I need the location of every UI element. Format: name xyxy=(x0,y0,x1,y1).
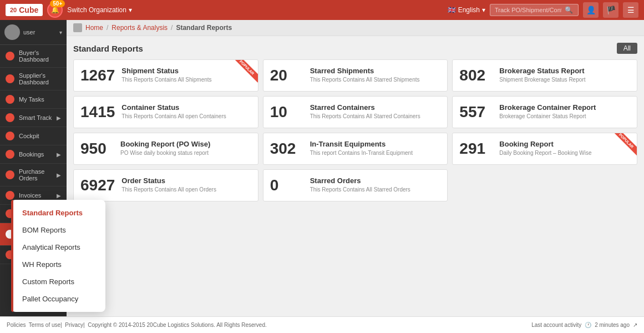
report-card[interactable]: 1415 Container Status This Reports Conta… xyxy=(73,96,258,128)
dropdown-item-wh-reports[interactable]: WH Reports xyxy=(11,256,105,273)
report-grid: 1267 Shipment Status This Reports Contai… xyxy=(73,59,637,201)
popular-ribbon: POPULAR xyxy=(610,133,637,160)
clock-icon: 🕐 xyxy=(585,322,591,328)
footer-left: Policies Terms of use| Privacy| Copyrigh… xyxy=(7,322,267,328)
user-dropdown-arrow[interactable]: ▾ xyxy=(59,29,62,36)
buyers-dashboard-icon xyxy=(6,52,14,60)
reports-page-title: Standard Reports xyxy=(73,44,143,53)
report-card[interactable]: 6927 Order Status This Reports Contains … xyxy=(73,169,258,201)
report-number: 20 xyxy=(270,67,303,84)
dropdown-item-analytical-reports[interactable]: Analytical Reports xyxy=(11,239,105,256)
report-card[interactable]: 291 Booking Report Daily Booking Report … xyxy=(452,133,637,165)
report-card[interactable]: 557 Brokerage Container Report Brokerage… xyxy=(452,96,637,128)
menu-icon-btn[interactable]: ☰ xyxy=(623,2,638,18)
report-info: Brokerage Status Report Shipment Brokera… xyxy=(499,67,630,83)
footer-right: Last account activity 🕐 2 minutes ago ↗ xyxy=(531,322,637,328)
sidebar-item-label: Buyer's Dashboard xyxy=(19,49,61,63)
sidebar-username: user xyxy=(23,29,56,36)
suppliers-dashboard-icon xyxy=(6,74,14,83)
reports-container: Standard Reports All 1267 Shipment Statu… xyxy=(67,36,644,316)
notification-badge: 50+ xyxy=(50,0,65,7)
content-area: Home / Reports & Analysis / Standard Rep… xyxy=(67,20,644,316)
report-card[interactable]: 1267 Shipment Status This Reports Contai… xyxy=(73,59,258,92)
footer-privacy[interactable]: Privacy| xyxy=(65,322,84,328)
report-desc: This Reports Contains All Starred Orders xyxy=(310,186,441,193)
report-card[interactable]: 0 Starred Orders This Reports Contains A… xyxy=(263,169,448,201)
report-desc: This Reports Contains All open Container… xyxy=(121,113,251,119)
report-card[interactable]: 950 Booking Report (PO Wise) PO Wise dai… xyxy=(73,133,258,165)
report-info: Brokerage Container Report Brokerage Con… xyxy=(499,103,630,119)
sidebar-item-label: Invoices xyxy=(19,192,41,199)
flag-icon-btn[interactable]: 🏴 xyxy=(603,2,618,18)
report-info: Starred Containers This Reports Contains… xyxy=(310,103,441,119)
expand-arrow-icon: ▶ xyxy=(57,172,61,178)
report-card[interactable]: 302 In-Transit Equipments This report Co… xyxy=(263,133,448,165)
sidebar-item-label: Smart Track xyxy=(19,114,52,121)
app-logo[interactable]: 20Cube xyxy=(6,4,43,16)
breadcrumb: Home / Reports & Analysis / Standard Rep… xyxy=(67,20,644,36)
language-selector[interactable]: 🇬🇧 English ▾ xyxy=(448,6,485,14)
dropdown-item-bom-reports[interactable]: BOM Reports xyxy=(11,221,105,239)
sidebar-item-label: Cockpit xyxy=(19,133,39,139)
report-name: Order Status xyxy=(121,176,251,185)
report-desc: Shipment Brokerage Status Report xyxy=(499,77,630,83)
expand-arrow-icon: ▶ xyxy=(57,115,61,121)
report-info: Container Status This Reports Contains A… xyxy=(121,103,251,119)
search-input[interactable] xyxy=(495,7,561,13)
report-info: Starred Shipments This Reports Contains … xyxy=(310,67,441,83)
sidebar-item-purchase-orders[interactable]: Purchase Orders ▶ xyxy=(0,164,67,186)
report-name: Starred Shipments xyxy=(310,67,441,75)
footer-action-icon[interactable]: ↗ xyxy=(633,322,637,328)
report-info: In-Transit Equipments This report Contai… xyxy=(310,140,441,156)
all-button[interactable]: All xyxy=(617,43,637,54)
report-card[interactable]: 10 Starred Containers This Reports Conta… xyxy=(263,96,448,128)
sidebar-item-suppliers-dashboard[interactable]: Supplier's Dashboard xyxy=(0,68,67,90)
footer-policies[interactable]: Policies xyxy=(7,322,26,328)
dropdown-item-pallet-occupancy[interactable]: Pallet Occupancy xyxy=(11,290,105,307)
bookings-icon xyxy=(6,150,14,159)
sidebar-item-cockpit[interactable]: Cockpit xyxy=(0,127,67,145)
sidebar-item-label: Purchase Orders xyxy=(19,168,52,181)
report-card[interactable]: 802 Brokerage Status Report Shipment Bro… xyxy=(452,59,637,92)
sidebar-item-my-tasks[interactable]: My Tasks xyxy=(0,90,67,109)
report-number: 291 xyxy=(459,140,493,158)
footer-terms[interactable]: Terms of use| xyxy=(29,322,62,328)
switch-org-button[interactable]: Switch Organization ▾ xyxy=(67,6,132,14)
expand-arrow-icon: ▶ xyxy=(57,152,61,158)
report-card[interactable]: 20 Starred Shipments This Reports Contai… xyxy=(263,59,448,92)
report-name: In-Transit Equipments xyxy=(310,140,441,148)
sidebar-item-smart-track[interactable]: Smart Track ▶ xyxy=(0,109,67,127)
report-info: Order Status This Reports Contains All o… xyxy=(121,176,251,193)
report-desc: This Reports Contains All open Orders xyxy=(121,186,251,193)
breadcrumb-home-link[interactable]: Home xyxy=(85,24,103,32)
avatar xyxy=(4,24,20,40)
dropdown-item-custom-reports[interactable]: Custom Reports xyxy=(11,273,105,290)
notification-bell[interactable]: 🔔 50+ xyxy=(47,2,63,18)
report-name: Starred Containers xyxy=(310,103,441,112)
smart-track-icon xyxy=(6,113,14,122)
sidebar-item-buyers-dashboard[interactable]: Buyer's Dashboard xyxy=(0,45,67,68)
expand-arrow-icon: ▶ xyxy=(57,193,61,199)
breadcrumb-current: Standard Reports xyxy=(176,24,232,32)
report-name: Starred Orders xyxy=(310,176,441,185)
breadcrumb-separator: / xyxy=(171,24,173,32)
breadcrumb-section-link[interactable]: Reports & Analysis xyxy=(111,24,168,32)
dropdown-item-standard-reports[interactable]: Standard Reports xyxy=(11,204,105,221)
footer: Policies Terms of use| Privacy| Copyrigh… xyxy=(0,316,644,333)
report-number: 557 xyxy=(459,103,493,121)
search-icon[interactable]: 🔍 xyxy=(565,6,573,14)
profile-icon-btn[interactable]: 👤 xyxy=(583,2,599,18)
report-info: Booking Report (PO Wise) PO Wise daily b… xyxy=(120,140,251,156)
report-name: Container Status xyxy=(121,103,251,112)
invoices-icon xyxy=(6,191,14,200)
footer-copyright: Copyright © 2014-2015 20Cube Logistics S… xyxy=(88,322,267,328)
reports-header: Standard Reports All xyxy=(73,43,637,54)
report-desc: Brokerage Container Status Report xyxy=(499,113,630,119)
report-number: 1267 xyxy=(80,67,115,84)
navbar: 20Cube 🔔 50+ Switch Organization ▾ 🇬🇧 En… xyxy=(0,0,644,20)
report-number: 1415 xyxy=(80,103,115,121)
sidebar-item-bookings[interactable]: Bookings ▶ xyxy=(0,145,67,164)
sidebar-item-label: My Tasks xyxy=(19,96,44,103)
my-tasks-icon xyxy=(6,95,14,104)
sidebar-item-label: Bookings xyxy=(19,151,44,158)
